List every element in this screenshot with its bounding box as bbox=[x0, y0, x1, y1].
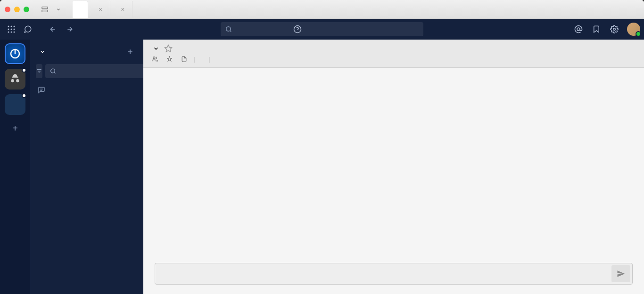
plus-icon bbox=[126, 48, 134, 56]
team-rail: + bbox=[0, 40, 30, 294]
filter-button[interactable] bbox=[36, 64, 42, 78]
window-titlebar: × × bbox=[0, 0, 644, 19]
bookmark-icon bbox=[592, 25, 601, 33]
files-button[interactable] bbox=[181, 56, 187, 62]
chevron-down-icon bbox=[40, 49, 45, 55]
grid-icon bbox=[8, 25, 15, 33]
sidebar-header bbox=[30, 40, 143, 64]
product-grid-button[interactable] bbox=[4, 22, 19, 37]
svg-point-10 bbox=[14, 32, 15, 33]
message-list bbox=[143, 68, 644, 257]
mentions-button[interactable] bbox=[570, 21, 586, 37]
send-button[interactable] bbox=[611, 265, 630, 282]
svg-point-18 bbox=[613, 28, 616, 31]
channel-title-dropdown[interactable] bbox=[152, 45, 159, 52]
message-input[interactable] bbox=[157, 265, 611, 282]
svg-point-30 bbox=[153, 57, 155, 59]
settings-button[interactable] bbox=[606, 21, 622, 37]
maximize-window-button[interactable] bbox=[24, 7, 29, 12]
threads-item[interactable] bbox=[30, 83, 143, 97]
pinned-count[interactable] bbox=[166, 56, 174, 62]
saved-button[interactable] bbox=[588, 21, 604, 37]
server-icon bbox=[41, 6, 49, 13]
svg-line-14 bbox=[230, 31, 231, 32]
team-unread-badge bbox=[22, 68, 26, 73]
svg-point-2 bbox=[8, 26, 9, 27]
svg-rect-1 bbox=[42, 10, 48, 12]
add-team-button[interactable]: + bbox=[7, 120, 24, 137]
pin-icon bbox=[166, 56, 173, 62]
tab-boards[interactable]: × bbox=[110, 1, 132, 18]
search-filter-row bbox=[30, 64, 143, 83]
product-switcher[interactable] bbox=[19, 25, 41, 33]
minimize-window-button[interactable] bbox=[14, 7, 20, 12]
chevron-down-icon bbox=[56, 7, 61, 12]
mattermost-logo-icon bbox=[9, 48, 21, 59]
close-icon[interactable]: × bbox=[99, 6, 102, 13]
history-dropdown[interactable] bbox=[36, 4, 66, 15]
user-avatar[interactable] bbox=[627, 23, 640, 36]
forward-button[interactable] bbox=[62, 23, 77, 36]
nav-arrows bbox=[45, 23, 77, 36]
svg-point-7 bbox=[14, 29, 15, 30]
tabs: × × bbox=[73, 1, 132, 18]
add-channel-button[interactable] bbox=[124, 46, 136, 57]
channel-view: | | bbox=[143, 40, 644, 294]
file-icon bbox=[181, 56, 187, 62]
incognito-icon bbox=[9, 73, 21, 85]
channel-header: | | bbox=[143, 40, 644, 68]
gear-icon bbox=[610, 25, 619, 33]
svg-point-6 bbox=[11, 29, 12, 30]
svg-point-17 bbox=[577, 28, 580, 31]
global-search-input[interactable] bbox=[221, 22, 423, 36]
compose-box bbox=[155, 263, 633, 285]
header-right bbox=[570, 21, 640, 37]
global-header bbox=[0, 19, 644, 40]
member-count[interactable] bbox=[152, 56, 160, 62]
team-incognito[interactable] bbox=[5, 69, 25, 90]
team-main[interactable] bbox=[5, 43, 25, 64]
svg-point-5 bbox=[8, 29, 9, 30]
search-container bbox=[221, 22, 423, 36]
chevron-down-icon bbox=[153, 45, 159, 52]
svg-point-13 bbox=[226, 27, 231, 31]
arrow-left-icon bbox=[49, 25, 57, 33]
svg-marker-29 bbox=[165, 45, 172, 52]
svg-rect-0 bbox=[42, 7, 48, 8]
status-online-icon bbox=[636, 31, 641, 37]
arrow-right-icon bbox=[66, 25, 74, 33]
find-channels-input[interactable] bbox=[45, 64, 144, 78]
svg-point-3 bbox=[11, 26, 12, 27]
team-ac[interactable] bbox=[5, 94, 25, 115]
svg-point-8 bbox=[8, 32, 9, 33]
tab-channels[interactable] bbox=[73, 1, 88, 18]
svg-point-4 bbox=[14, 26, 15, 27]
at-icon bbox=[574, 25, 583, 33]
team-name-dropdown[interactable] bbox=[38, 49, 45, 55]
close-window-button[interactable] bbox=[5, 7, 10, 12]
search-icon bbox=[225, 26, 232, 33]
send-icon bbox=[617, 270, 625, 278]
favorite-button[interactable] bbox=[164, 44, 173, 53]
compose-area bbox=[143, 257, 644, 294]
svg-point-9 bbox=[11, 32, 12, 33]
threads-icon bbox=[38, 86, 45, 94]
star-icon bbox=[164, 44, 173, 53]
sidebar bbox=[30, 40, 143, 294]
tab-playbooks[interactable]: × bbox=[88, 1, 110, 18]
filter-icon bbox=[36, 68, 42, 74]
users-icon bbox=[152, 56, 158, 62]
traffic-lights bbox=[5, 7, 29, 12]
close-icon[interactable]: × bbox=[121, 6, 124, 13]
team-unread-badge bbox=[22, 93, 26, 98]
chat-icon bbox=[24, 25, 32, 33]
back-button[interactable] bbox=[45, 23, 60, 36]
